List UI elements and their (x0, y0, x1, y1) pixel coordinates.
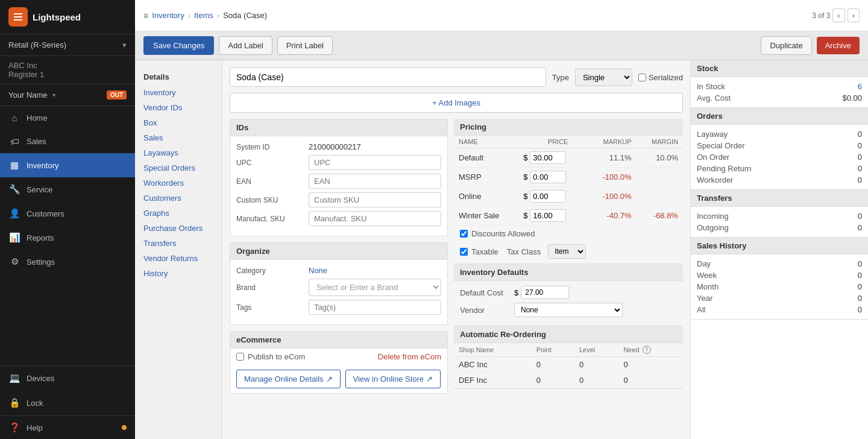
sidebar-item-devices[interactable]: 💻 Devices (0, 366, 135, 390)
item-name-row: Type Single Box Assembly Serialized (230, 68, 683, 87)
pending-return-value: 0 (858, 164, 862, 173)
tags-input[interactable] (309, 300, 441, 315)
layaway-value: 0 (858, 130, 862, 139)
discounts-allowed-checkbox[interactable] (460, 230, 468, 238)
brand-select[interactable]: Select or Enter a Brand (309, 279, 441, 296)
print-label-button[interactable]: Print Label (277, 36, 333, 55)
pricing-dollar-msrp: $ (518, 168, 586, 187)
user-area[interactable]: Your Name ▾ OUT (0, 84, 135, 106)
top-bar: ≡ Inventory › Items › Soda (Case) 3 of 3… (135, 0, 868, 31)
external-link-icon: ↗ (326, 374, 333, 384)
pricing-name-online: Online (454, 187, 518, 206)
delete-from-ecom-link[interactable]: Delete from eCom (378, 352, 441, 361)
week-row: Week 0 (697, 270, 862, 281)
pricing-price-msrp-input[interactable] (530, 171, 566, 183)
sidebar-item-inventory[interactable]: ▦ Inventory (0, 153, 135, 177)
day-row: Day 0 (697, 258, 862, 270)
logo-area[interactable]: Lightspeed (0, 0, 135, 34)
sidebar-item-service[interactable]: 🔧 Service (0, 177, 135, 201)
pricing-price-online-input[interactable] (530, 190, 566, 203)
inventory-icon: ▦ (8, 160, 20, 171)
taxable-checkbox[interactable] (460, 248, 468, 256)
sub-nav-purchase-orders[interactable]: Purchase Orders (135, 221, 222, 236)
sidebar-item-reports[interactable]: 📊 Reports (0, 226, 135, 250)
nav-items-list: ⌂ Home 🏷 Sales ▦ Inventory 🔧 Service 👤 C… (0, 106, 135, 365)
vendor-select-wrapper: None (514, 303, 677, 317)
store-selector[interactable]: Retail (R-Series) ▾ (0, 34, 135, 56)
sub-nav-box[interactable]: Box (135, 115, 222, 130)
sub-nav-inventory[interactable]: Inventory (135, 85, 222, 100)
add-images-button[interactable]: + Add Images (230, 93, 683, 113)
special-order-value: 0 (858, 141, 862, 150)
external-link-icon: ↗ (426, 374, 433, 384)
pricing-price-default-input[interactable] (530, 151, 566, 164)
add-label-button[interactable]: Add Label (219, 36, 272, 55)
sub-nav-workorders[interactable]: Workorders (135, 175, 222, 191)
company-name: ABC Inc (8, 61, 127, 70)
duplicate-button[interactable]: Duplicate (761, 36, 811, 55)
category-value[interactable]: None (309, 266, 327, 275)
manufact-sku-input[interactable] (309, 211, 441, 226)
save-changes-button[interactable]: Save Changes (143, 36, 214, 55)
transfers-section: Transfers Incoming 0 Outgoing 0 (691, 190, 868, 238)
default-cost-label: Default Cost (460, 288, 514, 297)
on-order-label: On Order (697, 153, 729, 162)
archive-button[interactable]: Archive (817, 37, 860, 54)
ean-input[interactable] (309, 174, 441, 189)
breadcrumb-items[interactable]: Items (194, 11, 213, 20)
publish-ecom-checkbox[interactable] (236, 353, 244, 361)
sidebar-item-label: Customers (27, 209, 64, 218)
avg-cost-value: $0.00 (842, 93, 862, 103)
incoming-row: Incoming 0 (697, 210, 862, 222)
sub-nav-layaways[interactable]: Layaways (135, 145, 222, 160)
view-online-store-button[interactable]: View in Online Store ↗ (345, 370, 441, 388)
prev-item-button[interactable]: ‹ (832, 8, 844, 22)
on-order-value: 0 (858, 153, 862, 162)
sub-nav-special-orders[interactable]: Special Orders (135, 160, 222, 175)
next-item-button[interactable]: › (848, 8, 860, 22)
pricing-price-winter-input[interactable] (530, 209, 566, 222)
manufact-sku-row: Manufact. SKU (236, 211, 441, 226)
sub-nav-graphs[interactable]: Graphs (135, 206, 222, 221)
need-help-icon[interactable]: ? (643, 346, 651, 354)
in-stock-value: 6 (858, 82, 862, 91)
tags-label: Tags (236, 303, 309, 312)
sub-nav-customers[interactable]: Customers (135, 191, 222, 206)
sub-nav-transfers[interactable]: Transfers (135, 236, 222, 251)
left-navigation: Lightspeed Retail (R-Series) ▾ ABC Inc R… (0, 0, 135, 439)
sidebar-item-customers[interactable]: 👤 Customers (0, 201, 135, 226)
breadcrumb-inventory[interactable]: Inventory (152, 11, 184, 20)
left-panels: IDs System ID 210000000217 UPC (230, 119, 448, 394)
sidebar-item-sales[interactable]: 🏷 Sales (0, 130, 135, 153)
sidebar-item-settings[interactable]: ⚙ Settings (0, 250, 135, 274)
vendor-select[interactable]: None (514, 303, 623, 317)
lock-button[interactable]: 🔒 Lock (0, 390, 135, 415)
devices-icon: 💻 (8, 373, 20, 384)
sub-nav-sales[interactable]: Sales (135, 130, 222, 145)
sub-nav-vendor-ids[interactable]: Vendor IDs (135, 100, 222, 115)
manage-online-details-button[interactable]: Manage Online Details ↗ (236, 370, 341, 388)
upc-input[interactable] (309, 155, 441, 170)
user-name: Your Name (8, 90, 48, 99)
custom-sku-input[interactable] (309, 192, 441, 207)
tax-class-select[interactable]: Item Food None (548, 244, 586, 259)
sub-nav-vendor-returns[interactable]: Vendor Returns (135, 251, 222, 266)
reorder-row-abc: ABC Inc 0 0 0 (454, 357, 683, 373)
type-select[interactable]: Single Box Assembly (575, 69, 632, 86)
default-cost-input[interactable] (521, 286, 569, 299)
reorder-col-shop: Shop Name (454, 343, 532, 357)
sidebar-item-home[interactable]: ⌂ Home (0, 106, 135, 130)
pricing-markup-msrp: -100.0% (586, 168, 636, 187)
reorder-point-abc: 0 (532, 357, 574, 373)
help-icon: ❓ (8, 422, 20, 433)
right-middle-panels: Pricing NAME PRICE MARKUP MARGIN (454, 119, 683, 394)
pricing-margin-default: 10.0% (637, 148, 683, 168)
serialized-checkbox[interactable] (638, 74, 646, 81)
vendor-label: Vendor (460, 306, 514, 315)
month-row: Month 0 (697, 281, 862, 292)
customers-icon: 👤 (8, 208, 20, 219)
sub-nav-history[interactable]: History (135, 266, 222, 281)
pricing-markup-default: 11.1% (586, 148, 636, 168)
help-button[interactable]: ❓ Help (0, 415, 135, 439)
item-name-input[interactable] (230, 68, 546, 87)
